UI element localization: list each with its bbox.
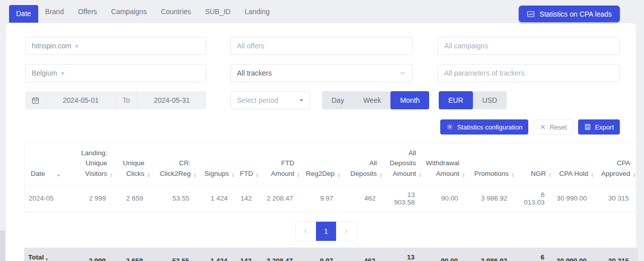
- column-header-ngr[interactable]: NGR ▲▼: [517, 143, 554, 185]
- filters-layer: hitnspin.com × Belgium × All trackers: [6, 23, 636, 261]
- currency-eur-button[interactable]: EUR: [439, 91, 473, 109]
- date-to-field[interactable]: 2024-05-31: [137, 91, 206, 109]
- total-cpa-hold: 30 990.00: [553, 247, 596, 261]
- sort-icon[interactable]: ▲▼: [591, 172, 594, 177]
- cell-ftd: 142: [237, 185, 261, 212]
- granularity-month-button[interactable]: Month: [390, 91, 429, 109]
- sort-icon[interactable]: ▲▼: [419, 172, 422, 177]
- sort-icon[interactable]: ▲▼: [297, 172, 300, 177]
- column-header-unique-visitors[interactable]: Landing: Unique Visitors ▲▼: [67, 143, 115, 185]
- sort-icon[interactable]: ▲▼: [511, 172, 514, 177]
- reset-button[interactable]: Reset: [533, 119, 573, 135]
- tracker-params-input[interactable]: [444, 69, 613, 77]
- column-header-all-deposits[interactable]: All Deposits ▲▼: [343, 143, 385, 185]
- tab-offers[interactable]: Offers: [71, 4, 104, 20]
- tab-countries[interactable]: Countries: [154, 4, 198, 20]
- sort-icon[interactable]: ▲▼: [193, 172, 196, 177]
- sort-icon[interactable]: ▲▼: [147, 172, 150, 177]
- column-header-withdrawal-amount[interactable]: Withdrawal Amount ▲▼: [424, 143, 467, 185]
- gear-icon: [446, 123, 453, 130]
- pagination: 1: [295, 221, 357, 241]
- granularity-toggle: Day Week Month: [322, 91, 414, 109]
- currency-toggle: EUR USD: [439, 91, 507, 109]
- cell-reg2dep: 9.97: [302, 185, 343, 212]
- brand-filter-input[interactable]: hitnspin.com ×: [25, 37, 206, 55]
- export-csv-icon: [584, 123, 591, 130]
- tab-landing[interactable]: Landing: [237, 4, 277, 20]
- tab-date[interactable]: Date: [9, 5, 38, 23]
- sort-icon[interactable]: ▲▼: [256, 172, 259, 177]
- total-cpa-approved: 30 315: [596, 247, 638, 261]
- total-row: Total , EUR: 2 999 2 659 53.55 1 424 142…: [24, 247, 638, 261]
- granularity-week-button[interactable]: Week: [354, 91, 391, 109]
- sort-caret-icon[interactable]: ▼: [57, 173, 61, 178]
- tracker-params-filter-input[interactable]: [438, 64, 620, 82]
- cell-all-deposits-amount: 13 903.58: [385, 185, 424, 212]
- statistics-configuration-button[interactable]: Statistics configuration: [440, 119, 528, 135]
- statistics-cpa-leads-button[interactable]: Statistics on CPA leads: [519, 6, 620, 22]
- total-ftd: 142: [236, 247, 261, 261]
- remove-tag-icon[interactable]: ×: [61, 70, 65, 77]
- campaigns-input[interactable]: [444, 42, 613, 50]
- pagination-prev-button[interactable]: [296, 222, 316, 241]
- cell-cr-click2reg: 53.55: [152, 185, 199, 212]
- trackers-select[interactable]: All trackers: [230, 64, 413, 82]
- chevron-down-icon: [399, 70, 406, 77]
- cell-ftd-amount: 2 208.47: [261, 185, 302, 212]
- column-header-cpa-approved[interactable]: CPA Approved ▲▼: [596, 143, 638, 185]
- date-to-label: To: [115, 91, 137, 109]
- sort-icon[interactable]: ▲▼: [379, 172, 382, 177]
- total-signups: 1 424: [198, 247, 236, 261]
- offers-filter-input[interactable]: [230, 37, 413, 55]
- column-header-ftd[interactable]: FTD ▲▼: [237, 143, 261, 185]
- tab-campaigns[interactable]: Campaigns: [104, 4, 154, 20]
- column-header-ftd-amount[interactable]: FTD Amount ▲▼: [261, 143, 302, 185]
- column-header-promotions[interactable]: Promotions ▲▼: [467, 143, 517, 185]
- column-header-all-deposits-amount[interactable]: All Deposits Amount ▲▼: [385, 143, 424, 185]
- cell-cpa-approved: 30 315: [596, 185, 638, 212]
- offers-input[interactable]: [237, 42, 406, 50]
- column-header-cpa-hold[interactable]: CPA Hold ▲▼: [554, 143, 596, 185]
- column-header-date[interactable]: Date ▼: [25, 143, 67, 185]
- chevron-right-icon: [343, 228, 349, 234]
- currency-usd-button[interactable]: USD: [473, 91, 507, 109]
- date-from-field[interactable]: 2024-05-01: [46, 91, 115, 109]
- column-header-cr-click2reg[interactable]: CR: Click2Reg ▲▼: [152, 143, 199, 185]
- campaigns-filter-input[interactable]: [438, 37, 620, 55]
- total-unique-clicks: 2 659: [115, 247, 152, 261]
- table-actions: Statistics configuration Reset Export: [440, 119, 620, 135]
- total-promotions: 3 986.92: [467, 247, 516, 261]
- column-header-signups[interactable]: Signups ▲▼: [199, 143, 237, 185]
- date-range-picker[interactable]: 2024-05-01 To 2024-05-31: [25, 91, 206, 109]
- remove-tag-icon[interactable]: ×: [75, 42, 79, 50]
- granularity-day-button[interactable]: Day: [322, 91, 354, 109]
- sort-icon[interactable]: ▲▼: [110, 172, 113, 177]
- total-label: Total , EUR:: [24, 247, 66, 261]
- total-withdrawal-amount: 90.00: [424, 247, 467, 261]
- tab-sub-id[interactable]: SUB_ID: [198, 4, 238, 20]
- cell-date: 2024-05: [25, 185, 67, 212]
- cell-unique-visitors: 2 999: [67, 185, 115, 212]
- sort-icon[interactable]: ▲▼: [548, 172, 551, 177]
- sort-icon[interactable]: ▲▼: [633, 172, 636, 177]
- column-header-reg2dep[interactable]: Reg2Dep ▲▼: [302, 143, 343, 185]
- country-tag: Belgium ×: [32, 69, 64, 77]
- sort-icon[interactable]: ▲▼: [231, 172, 234, 177]
- table-row: 2024-05 2 999 2 659 53.55 1 424 142 2 20…: [25, 185, 638, 212]
- pagination-next-button[interactable]: [336, 222, 356, 241]
- cell-signups: 1 424: [199, 185, 237, 212]
- cell-withdrawal-amount: 90.00: [424, 185, 467, 212]
- tab-brand[interactable]: Brand: [38, 4, 71, 20]
- sort-icon[interactable]: ▲▼: [337, 172, 340, 177]
- pagination-page-1[interactable]: 1: [316, 222, 336, 241]
- chevron-left-icon: [303, 228, 309, 234]
- report-tabs: Date Brand Offers Campaigns Countries SU…: [9, 0, 277, 23]
- sort-icon[interactable]: ▲▼: [462, 172, 465, 177]
- export-button[interactable]: Export: [578, 119, 620, 135]
- total-all-deposits-amount: 13 903.58: [384, 247, 424, 261]
- column-header-unique-clicks[interactable]: Unique Clicks ▲▼: [115, 143, 152, 185]
- period-select[interactable]: Select period: [230, 91, 310, 109]
- cell-unique-clicks: 2 659: [115, 185, 152, 212]
- total-cr-click2reg: 53.55: [152, 247, 198, 261]
- country-filter-input[interactable]: Belgium ×: [25, 64, 206, 82]
